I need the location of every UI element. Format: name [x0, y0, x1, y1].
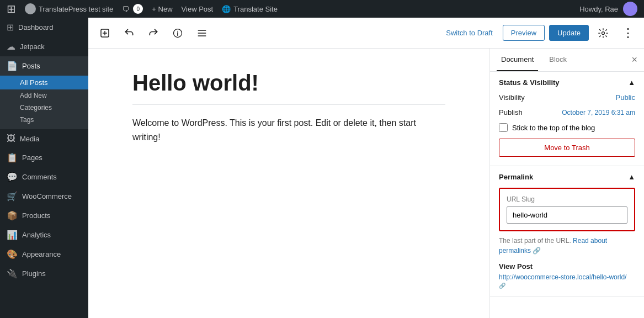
- sidebar: ⊞ Dashboard ☁ Jetpack 📄 Posts All Posts …: [0, 18, 88, 318]
- publish-value[interactable]: October 7, 2019 6:31 am: [562, 109, 635, 116]
- analytics-icon: 📊: [7, 230, 18, 240]
- status-visibility-section: Status & Visibility ▲ Visibility Public …: [490, 72, 644, 166]
- translate-icon: 🌐: [222, 5, 231, 13]
- more-options-button[interactable]: ⋮: [618, 23, 637, 43]
- sidebar-label-jetpack: Jetpack: [20, 43, 45, 51]
- sidebar-item-comments[interactable]: 💬 Comments: [0, 167, 88, 187]
- view-post-item[interactable]: View Post: [182, 5, 214, 13]
- post-title[interactable]: Hello world!: [132, 71, 445, 96]
- undo-button[interactable]: [119, 23, 139, 43]
- tab-document[interactable]: Document: [497, 49, 538, 71]
- site-avatar-icon: [25, 3, 36, 14]
- sidebar-sub-tags[interactable]: Tags: [0, 114, 88, 126]
- external-link-icon: 🔗: [499, 283, 505, 289]
- visibility-row: Visibility Public: [499, 93, 635, 102]
- sidebar-label-woocommerce: WooCommerce: [22, 192, 72, 200]
- sidebar-label-comments: Comments: [22, 173, 57, 181]
- sidebar-item-appearance[interactable]: 🎨 Appearance: [0, 245, 88, 264]
- status-visibility-title: Status & Visibility: [499, 78, 560, 87]
- document-panel: Document Block × Status & Visibility ▲ V…: [489, 49, 644, 318]
- sidebar-sub-add-new[interactable]: Add New: [0, 89, 88, 102]
- svg-point-9: [602, 31, 605, 34]
- view-post-section: View Post http://woocommerce-store.local…: [490, 256, 644, 296]
- sticky-label: Stick to the top of the blog: [512, 124, 595, 132]
- sidebar-label-appearance: Appearance: [22, 250, 61, 258]
- jetpack-icon: ☁: [7, 41, 15, 52]
- site-name-item[interactable]: TranslatePress test site: [25, 3, 113, 14]
- url-slug-box: URL Slug: [499, 188, 635, 231]
- publish-label: Publish: [499, 108, 523, 116]
- visibility-value[interactable]: Public: [616, 93, 635, 102]
- sidebar-label-media: Media: [20, 135, 39, 143]
- switch-to-draft-button[interactable]: Switch to Draft: [440, 25, 498, 40]
- sidebar-sub-categories[interactable]: Categories: [0, 102, 88, 114]
- add-block-button[interactable]: [95, 23, 115, 43]
- settings-button[interactable]: [593, 23, 613, 43]
- permalink-note-text: The last part of the URL.: [499, 237, 571, 245]
- main-layout: ⊞ Dashboard ☁ Jetpack 📄 Posts All Posts …: [0, 18, 644, 318]
- sidebar-item-woocommerce[interactable]: 🛒 WooCommerce: [0, 187, 88, 206]
- sidebar-item-jetpack[interactable]: ☁ Jetpack: [0, 37, 88, 56]
- posts-icon: 📄: [7, 61, 18, 71]
- sidebar-item-pages[interactable]: 📋 Pages: [0, 148, 88, 167]
- more-icon: ⋮: [622, 26, 633, 40]
- products-icon: 📦: [7, 210, 18, 221]
- post-content[interactable]: Welcome to WordPress. This is your first…: [132, 116, 445, 144]
- new-item[interactable]: + New: [152, 5, 172, 13]
- view-post-section-label: View Post: [499, 262, 635, 271]
- sidebar-item-analytics[interactable]: 📊 Analytics: [0, 225, 88, 245]
- pages-icon: 📋: [7, 152, 18, 163]
- sidebar-sub-all-posts[interactable]: All Posts: [0, 76, 88, 89]
- list-view-button[interactable]: [192, 23, 212, 43]
- url-slug-label: URL Slug: [507, 195, 627, 203]
- sticky-checkbox[interactable]: [499, 123, 508, 132]
- dashboard-icon: ⊞: [7, 22, 14, 33]
- appearance-icon: 🎨: [7, 249, 18, 259]
- info-button[interactable]: [168, 23, 188, 43]
- editor-area: Hello world! Welcome to WordPress. This …: [88, 49, 644, 318]
- sidebar-label-dashboard: Dashboard: [18, 23, 54, 31]
- sidebar-item-media[interactable]: 🖼 Media: [0, 129, 88, 148]
- visibility-label: Visibility: [499, 93, 525, 102]
- sidebar-item-plugins[interactable]: 🔌 Plugins: [0, 264, 88, 283]
- comment-icon: 🗨: [122, 5, 129, 13]
- chevron-up-icon: ▲: [628, 78, 635, 87]
- sidebar-label-analytics: Analytics: [22, 231, 51, 239]
- sidebar-label-products: Products: [22, 211, 50, 220]
- editor-canvas[interactable]: Hello world! Welcome to WordPress. This …: [88, 49, 489, 318]
- sidebar-item-posts[interactable]: 📄 Posts: [0, 56, 88, 76]
- preview-button[interactable]: Preview: [503, 25, 545, 41]
- woocommerce-icon: 🛒: [7, 191, 18, 202]
- posts-submenu: All Posts Add New Categories Tags: [0, 76, 88, 129]
- user-avatar: [623, 2, 637, 16]
- status-visibility-content: Visibility Public Publish October 7, 201…: [490, 93, 644, 166]
- panel-close-button[interactable]: ×: [631, 49, 637, 71]
- howdy-label: Howdy, Rae: [579, 5, 618, 13]
- permalink-title: Permalink: [499, 173, 533, 181]
- permalink-header[interactable]: Permalink ▲: [490, 166, 644, 188]
- comments-item[interactable]: 🗨 0: [122, 4, 143, 14]
- chevron-up-icon-permalink: ▲: [628, 173, 635, 181]
- wp-logo-item[interactable]: ⊞: [7, 2, 16, 15]
- close-icon: ×: [631, 54, 637, 66]
- comments-count: 0: [133, 4, 143, 14]
- publish-row: Publish October 7, 2019 6:31 am: [499, 108, 635, 116]
- redo-button[interactable]: [143, 23, 163, 43]
- view-post-url-link[interactable]: http://woocommerce-store.local/hello-wor…: [499, 273, 626, 281]
- main-content: Switch to Draft Preview Update ⋮ Hello w…: [88, 18, 644, 318]
- url-slug-input[interactable]: [507, 206, 627, 224]
- sidebar-item-products[interactable]: 📦 Products: [0, 206, 88, 225]
- admin-bar: ⊞ TranslatePress test site 🗨 0 + New Vie…: [0, 0, 644, 18]
- move-to-trash-button[interactable]: Move to Trash: [499, 139, 635, 157]
- tab-block[interactable]: Block: [545, 49, 571, 71]
- update-button[interactable]: Update: [549, 25, 589, 41]
- site-name-label: TranslatePress test site: [39, 5, 113, 13]
- status-visibility-header[interactable]: Status & Visibility ▲: [490, 72, 644, 93]
- howdy-item[interactable]: Howdy, Rae: [579, 2, 637, 16]
- sidebar-item-dashboard[interactable]: ⊞ Dashboard: [0, 18, 88, 37]
- toolbar-right: Switch to Draft Preview Update ⋮: [440, 23, 637, 43]
- wp-logo-icon: ⊞: [7, 2, 16, 15]
- comments-icon: 💬: [7, 172, 18, 182]
- translate-site-label: Translate Site: [233, 5, 278, 13]
- translate-site-item[interactable]: 🌐 Translate Site: [222, 5, 278, 13]
